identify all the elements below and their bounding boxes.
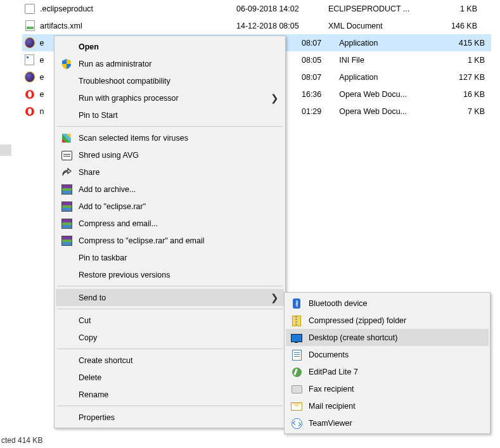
- submenu-fax[interactable]: Fax recipient: [286, 380, 489, 397]
- menu-separator: [57, 126, 283, 127]
- menu-copy[interactable]: Copy: [56, 329, 284, 346]
- file-row[interactable]: .eclipseproduct 06-09-2018 14:02 ECLIPSE…: [22, 0, 491, 17]
- bluetooth-icon: ∦: [291, 298, 302, 309]
- menu-rename[interactable]: Rename: [56, 386, 284, 403]
- opera-icon: [25, 106, 35, 117]
- chevron-right-icon: ❯: [271, 93, 279, 104]
- eclipse-icon: [25, 38, 35, 48]
- zip-icon: [291, 315, 302, 326]
- shred-icon: [61, 150, 72, 161]
- menu-separator: [57, 286, 283, 286]
- sidebar-fragment: [0, 144, 11, 156]
- file-date: 14-12-2018 08:05: [236, 22, 328, 30]
- file-row[interactable]: artifacts.xml 14-12-2018 08:05 XML Docum…: [22, 17, 491, 34]
- fax-icon: [291, 383, 302, 395]
- menu-send-to[interactable]: Send to❯: [56, 289, 284, 306]
- menu-separator: [57, 309, 283, 309]
- menu-compress-email[interactable]: Compress and email...: [56, 215, 284, 232]
- file-type: Opera Web Docu...: [339, 107, 435, 116]
- file-type: ECLIPSEPRODUCT ...: [328, 4, 426, 13]
- menu-run-as-admin[interactable]: Run as administrator: [56, 55, 284, 72]
- menu-create-shortcut[interactable]: Create shortcut: [56, 352, 284, 369]
- submenu-bluetooth[interactable]: ∦Bluetooth device: [286, 295, 489, 312]
- send-to-submenu: ∦Bluetooth device Compressed (zipped) fo…: [284, 292, 490, 434]
- document-icon: [291, 349, 302, 361]
- eclipse-icon: [25, 72, 35, 82]
- submenu-editpad[interactable]: EditPad Lite 7: [286, 363, 489, 380]
- status-bar: cted 414 KB: [0, 433, 42, 448]
- menu-compress-rar-email[interactable]: Compress to "eclipse.rar" and email: [56, 232, 284, 249]
- teamviewer-icon: [291, 418, 302, 429]
- submenu-documents[interactable]: Documents: [286, 346, 489, 363]
- share-icon: [61, 167, 72, 178]
- file-type: Application: [339, 73, 435, 82]
- file-size: 127 KB: [435, 73, 491, 82]
- mail-icon: [291, 400, 302, 412]
- context-menu: Open Run as administrator Troubleshoot c…: [54, 35, 286, 428]
- menu-shred-avg[interactable]: Shred using AVG: [56, 146, 284, 163]
- chevron-right-icon: ❯: [271, 292, 279, 304]
- menu-share[interactable]: Share: [56, 163, 284, 181]
- menu-restore-versions[interactable]: Restore previous versions: [56, 266, 284, 283]
- shield-icon: [61, 58, 72, 70]
- menu-open[interactable]: Open: [56, 38, 284, 55]
- file-size: 146 KB: [426, 22, 484, 30]
- opera-icon: [25, 89, 35, 99]
- menu-properties[interactable]: Properties: [56, 409, 284, 426]
- menu-delete[interactable]: Delete: [56, 369, 284, 386]
- file-size: 7 KB: [435, 107, 491, 116]
- file-type: Opera Web Docu...: [339, 90, 435, 99]
- desktop-icon: [291, 332, 302, 343]
- file-type: XML Document: [328, 22, 426, 30]
- file-icon: [25, 4, 35, 14]
- file-type: INI File: [339, 56, 435, 65]
- file-name: .eclipseproduct: [37, 4, 236, 13]
- file-size: 1 KB: [426, 4, 484, 13]
- menu-add-archive[interactable]: Add to archive...: [56, 181, 284, 198]
- winrar-icon: [61, 218, 72, 229]
- xml-icon: [25, 21, 35, 31]
- submenu-zipped[interactable]: Compressed (zipped) folder: [286, 312, 489, 329]
- winrar-icon: [61, 201, 72, 212]
- file-type: Application: [339, 39, 435, 48]
- menu-scan-virus[interactable]: Scan selected items for viruses: [56, 129, 284, 146]
- file-name: artifacts.xml: [37, 22, 236, 30]
- file-size: 16 KB: [435, 90, 491, 99]
- winrar-icon: [61, 184, 72, 195]
- menu-run-gpu[interactable]: Run with graphics processor❯: [56, 89, 284, 106]
- submenu-teamviewer[interactable]: TeamViewer: [286, 414, 489, 432]
- menu-separator: [57, 349, 283, 349]
- file-size: 415 KB: [435, 39, 491, 48]
- menu-pin-start[interactable]: Pin to Start: [56, 106, 284, 124]
- editpad-icon: [291, 366, 302, 378]
- submenu-desktop-shortcut[interactable]: Desktop (create shortcut): [286, 329, 489, 346]
- menu-add-rar[interactable]: Add to "eclipse.rar": [56, 198, 284, 215]
- file-date: 06-09-2018 14:02: [236, 4, 328, 13]
- menu-troubleshoot[interactable]: Troubleshoot compatibility: [56, 72, 284, 89]
- ini-icon: [25, 55, 35, 65]
- menu-cut[interactable]: Cut: [56, 312, 284, 329]
- submenu-mail[interactable]: Mail recipient: [286, 397, 489, 414]
- winrar-icon: [61, 235, 72, 246]
- menu-pin-taskbar[interactable]: Pin to taskbar: [56, 249, 284, 266]
- menu-separator: [57, 406, 283, 406]
- file-size: 1 KB: [435, 56, 491, 65]
- scan-icon: [61, 132, 72, 144]
